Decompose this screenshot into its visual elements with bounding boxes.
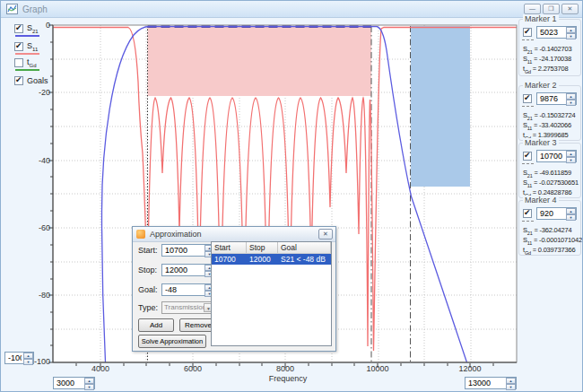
dialog-close-button[interactable]: ✕ xyxy=(318,229,333,240)
approximation-dialog: Approximation ✕ Start: ▲▼ Stop: ▲▼ Goal:… xyxy=(132,226,336,352)
approximation-icon xyxy=(136,230,145,239)
cell-goal: S21 < -48 dB xyxy=(278,254,331,265)
x-min-spinbox: ▲▼ xyxy=(53,377,95,389)
marker3-line-sample xyxy=(522,163,534,164)
goal-label: Goal: xyxy=(138,285,158,294)
spin-up-icon[interactable]: ▲ xyxy=(566,93,576,100)
y-tick-20: -20 xyxy=(23,88,50,97)
marker3-title: Marker 3 xyxy=(523,138,559,147)
x-tick-8000: 8000 xyxy=(267,364,303,373)
spin-down-icon[interactable]: ▼ xyxy=(566,157,576,163)
marker4-title: Marker 4 xyxy=(523,196,559,205)
spin-up-icon[interactable]: ▲ xyxy=(566,27,576,33)
marker4-tgd-value: tGd = 0.039737366 xyxy=(523,246,575,256)
marker3-checkbox[interactable] xyxy=(523,152,532,161)
x-axis-label: Frequency xyxy=(259,374,317,383)
marker1-tgd-value: tGd = 2.2753708 xyxy=(523,65,568,74)
marker4-s21-value: S21 = -362.04274 xyxy=(523,226,571,236)
transmission-goal-region[interactable] xyxy=(411,26,470,187)
y-tick-0: 0 xyxy=(23,21,50,30)
add-button[interactable]: Add xyxy=(138,318,174,332)
marker3-freq-spinbox: ▲▼ xyxy=(536,150,577,162)
marker1-title: Marker 1 xyxy=(523,14,559,23)
start-spinbox: ▲▼ xyxy=(161,244,215,257)
dialog-title-bar[interactable]: Approximation ✕ xyxy=(133,227,335,242)
marker1-s11-value: S11 = -24.170038 xyxy=(523,55,571,65)
spin-up-icon[interactable]: ▲ xyxy=(506,378,516,384)
marker4-freq-spinbox: ▲▼ xyxy=(536,207,577,220)
marker4-checkbox[interactable] xyxy=(523,209,532,218)
y-axis-ticks xyxy=(48,25,53,362)
y-tick-40: -40 xyxy=(23,156,50,165)
spin-down-icon[interactable]: ▼ xyxy=(566,100,576,106)
y-tick-60: -60 xyxy=(23,223,50,232)
goals-table: Start Stop Goal 10700 12000 S21 < -48 dB xyxy=(211,241,332,346)
x-tick-10000: 10000 xyxy=(360,364,396,373)
marker2-checkbox[interactable] xyxy=(523,94,532,103)
spin-down-icon[interactable]: ▼ xyxy=(84,384,94,390)
graph-window: Graph — ❐ ✕ S21 S11 tGd Goals xyxy=(0,0,583,392)
marker3-s21-value: S21 = -49.611859 xyxy=(523,169,571,179)
reflection-goal-region[interactable] xyxy=(148,26,372,96)
marker4-line-sample xyxy=(522,221,534,222)
column-stop: Stop xyxy=(247,242,278,253)
stop-spinbox: ▲▼ xyxy=(161,264,215,276)
spin-down-icon[interactable]: ▼ xyxy=(566,214,576,221)
spin-up-icon[interactable]: ▲ xyxy=(84,378,94,384)
marker4-group: Marker 4 ▲▼ S21 = -362.04274 S11 = -0.00… xyxy=(518,200,581,256)
type-combobox[interactable]: Transmission ▼ xyxy=(161,301,215,314)
column-start: Start xyxy=(212,242,247,253)
marker4-s11-value: S11 = -0.0001071042 xyxy=(523,236,582,246)
cell-start: 10700 xyxy=(212,254,247,265)
marker1-s21-value: S21 = -0.1402703 xyxy=(523,45,571,55)
spin-up-icon[interactable]: ▲ xyxy=(566,208,576,214)
marker2-s11-value: S11 = -33.402066 xyxy=(523,121,571,131)
marker1-checkbox[interactable] xyxy=(523,28,532,37)
x-tick-4000: 4000 xyxy=(83,364,118,373)
type-value: Transmission xyxy=(164,303,206,311)
spin-up-icon[interactable]: ▲ xyxy=(566,151,576,157)
marker1-freq-spinbox: ▲▼ xyxy=(536,26,577,39)
marker3-group: Marker 3 ▲▼ S21 = -49.611859 S11 = -0.02… xyxy=(518,143,581,198)
goal-spinbox: ▲▼ xyxy=(161,283,215,296)
stop-label: Stop: xyxy=(138,266,157,274)
spin-down-icon[interactable]: ▼ xyxy=(506,384,516,390)
x-tick-6000: 6000 xyxy=(175,364,211,373)
marker1-line-sample xyxy=(522,39,534,40)
marker2-title: Marker 2 xyxy=(523,81,559,90)
marker1-group: Marker 1 ▲▼ S21 = -0.1402703 S11 = -24.1… xyxy=(518,19,581,76)
solve-approximation-button[interactable]: Solve Approximation xyxy=(138,335,206,348)
x-tick-12000: 12000 xyxy=(452,364,488,373)
y-min-spinbox: ▲▼ xyxy=(4,352,34,364)
y-tick-80: -80 xyxy=(23,291,50,300)
type-label: Type: xyxy=(138,303,158,312)
marker2-line-sample xyxy=(522,106,534,107)
column-goal: Goal xyxy=(278,242,331,253)
spin-up-icon[interactable]: ▲ xyxy=(23,353,33,359)
marker3-s11-value: S11 = -0.027530651 xyxy=(523,179,579,188)
marker2-group: Marker 2 ▲▼ S21 = -0.15032724 S11 = -33.… xyxy=(518,85,581,141)
cell-stop: 12000 xyxy=(247,254,278,265)
marker2-freq-spinbox: ▲▼ xyxy=(536,92,577,105)
x-max-spinbox: ▲▼ xyxy=(465,377,517,389)
marker2-s21-value: S21 = -0.15032724 xyxy=(523,111,575,121)
dialog-title: Approximation xyxy=(150,230,202,239)
start-label: Start: xyxy=(138,246,158,255)
spin-down-icon[interactable]: ▼ xyxy=(23,359,33,365)
spin-down-icon[interactable]: ▼ xyxy=(566,33,576,39)
goals-table-row-selected[interactable]: 10700 12000 S21 < -48 dB xyxy=(212,254,331,265)
goals-table-header: Start Stop Goal xyxy=(212,242,331,254)
